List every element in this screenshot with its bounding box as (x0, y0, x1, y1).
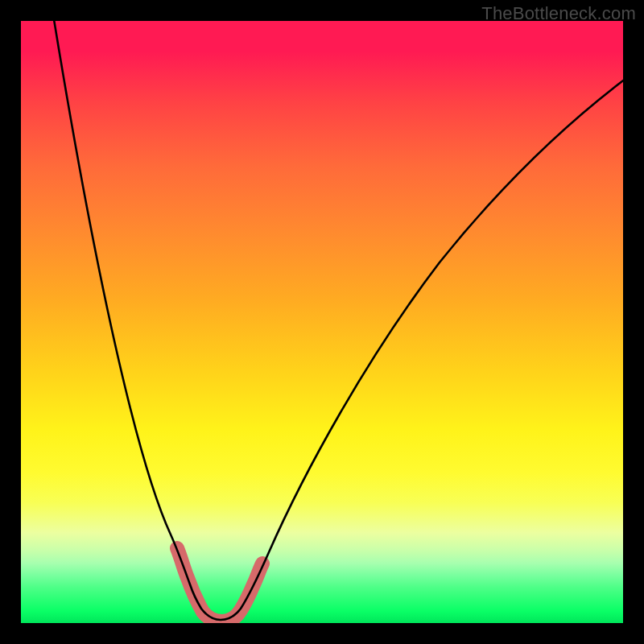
chart-frame (21, 21, 623, 623)
watermark-text: TheBottleneck.com (481, 3, 636, 24)
notch-curve (53, 21, 623, 620)
curve-layer (21, 21, 623, 623)
